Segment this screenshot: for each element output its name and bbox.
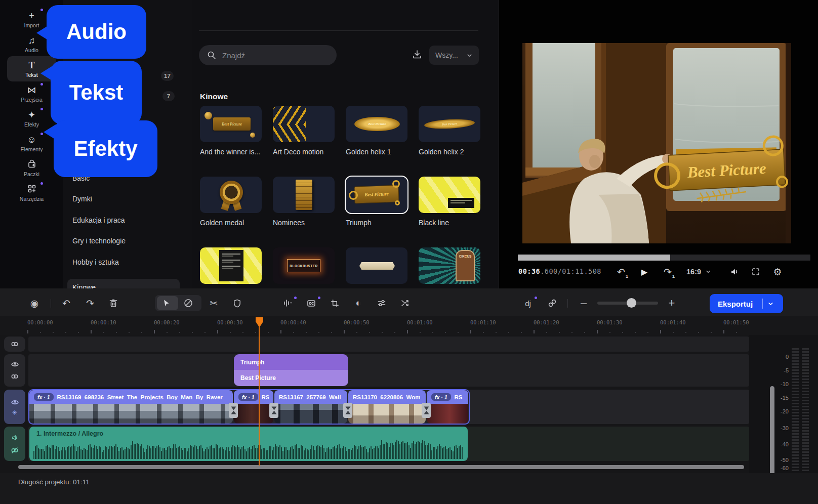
waveform-bar [402, 441, 403, 459]
video-clip[interactable]: RS13167_257769_Wall [274, 390, 347, 424]
waveform-bar [434, 447, 435, 459]
unlink-icon [11, 446, 19, 454]
download-icon[interactable] [411, 49, 423, 63]
waveform-bar [49, 447, 50, 459]
waveform-bar [33, 451, 34, 459]
waveform-bar [357, 449, 358, 459]
sidebar-item-narzędzia[interactable]: Narzędzia [0, 181, 63, 205]
template-card-ribbon[interactable] [346, 247, 407, 284]
waveform-bar [80, 449, 81, 459]
aspect-ratio-dropdown[interactable]: 16:9 [686, 264, 711, 279]
transition-marker[interactable] [229, 403, 238, 418]
template-card-blockbuster[interactable]: BLOCKBUSTER [273, 247, 335, 284]
waveform-bar [108, 449, 109, 459]
video-clip-label: RS [455, 394, 463, 400]
text-track-header[interactable] [4, 354, 25, 387]
gold-ring [349, 191, 358, 200]
waveform-bar [431, 450, 432, 459]
waveform-bar [328, 447, 329, 459]
waveform-bar [322, 445, 323, 459]
video-clip[interactable]: fx · 1RS13169_698236_Street_The_Projects… [29, 390, 233, 424]
waveform-bar [162, 448, 163, 459]
template-card-helix1[interactable]: Best Picture [346, 106, 407, 142]
overlay-track-row[interactable] [28, 337, 749, 352]
template-card-credits[interactable] [200, 247, 262, 284]
search-input[interactable] [221, 51, 322, 60]
waveform-bar [436, 449, 437, 459]
audio-clip[interactable]: 1. Intermezzo / Allegro [29, 427, 468, 461]
preview-progress-fill [518, 255, 670, 261]
category-item[interactable]: Edukacja i praca [72, 216, 125, 224]
transition-marker[interactable] [343, 403, 352, 418]
waveform-bar [401, 442, 402, 459]
sidebar-item-label: Elementy [21, 146, 43, 152]
waveform-bar [39, 449, 40, 459]
waveform-bar [263, 448, 264, 459]
waveform-bar [59, 451, 60, 459]
aspect-ratio-value: 16:9 [686, 268, 701, 276]
play-button[interactable]: ▶ [637, 264, 652, 279]
meter-db-label: -5 [773, 367, 789, 373]
chevron-down-icon [466, 52, 473, 59]
overlay-track-header[interactable] [4, 337, 25, 352]
filter-dropdown[interactable]: Wszy... [429, 46, 479, 65]
text-track-row[interactable] [28, 354, 749, 387]
waveform-bar [446, 449, 447, 459]
waveform-bar [249, 447, 250, 459]
category-item-selected[interactable]: Kinowe [67, 279, 180, 288]
waveform-bar [279, 445, 280, 459]
waveform-bar [93, 448, 94, 459]
template-card-triumph[interactable]: Best Picture [346, 177, 407, 213]
waveform-bar [387, 443, 388, 459]
waveform-bar [228, 447, 229, 459]
horizontal-scrollbar[interactable] [18, 465, 744, 469]
waveform-bar [70, 447, 71, 459]
waveform-bar [281, 447, 282, 459]
video-clip[interactable]: fx · 1RS [427, 390, 468, 424]
waveform-bar [167, 447, 168, 459]
callout-tekst: Tekst [51, 61, 142, 124]
category-item[interactable]: Hobby i sztuka [72, 258, 119, 266]
waveform-bar [293, 449, 294, 459]
search-box[interactable] [199, 45, 337, 65]
waveform-bar [252, 446, 253, 459]
waveform-bar [298, 448, 299, 459]
text-clip[interactable]: Best Picture [234, 370, 348, 386]
preview-settings-icon[interactable]: ⚙ [770, 264, 785, 279]
waveform-bar [261, 449, 262, 459]
template-card-nominees[interactable] [273, 177, 335, 213]
template-card-blackline[interactable] [419, 177, 480, 213]
video-track-header[interactable]: ✳ [4, 390, 25, 424]
template-card-helix2[interactable]: Best Picture [419, 106, 480, 142]
template-card-artdeco[interactable] [273, 106, 335, 142]
audio-track-header[interactable] [4, 427, 25, 461]
template-card-circus[interactable]: CIRCUS [419, 247, 480, 284]
transition-marker[interactable] [422, 403, 431, 418]
vertical-scrollbar[interactable] [770, 386, 774, 478]
step-forward-button[interactable]: ↷1 [660, 264, 675, 279]
preview-progress-bar[interactable] [518, 255, 810, 261]
waveform-bar [158, 445, 159, 459]
category-item[interactable]: Gry i technologie [72, 237, 126, 245]
divider [199, 30, 478, 31]
video-preview[interactable]: Best Picture [522, 43, 791, 243]
waveform-bar [386, 442, 387, 459]
mute-button[interactable] [727, 264, 742, 279]
waveform-bar [41, 449, 42, 459]
template-card-winner[interactable]: Best Picture [200, 106, 262, 142]
transition-marker[interactable] [269, 403, 278, 418]
step-back-button[interactable]: ↶1 [614, 264, 629, 279]
time-current: 00:36 [518, 267, 540, 275]
fullscreen-button[interactable] [748, 264, 763, 279]
category-item[interactable]: Dymki [72, 195, 92, 203]
text-clip[interactable]: Triumph [234, 354, 348, 370]
video-clip[interactable]: RS13170_6220806_Wom [348, 390, 426, 424]
waveform-bar [84, 448, 85, 459]
template-card-medal[interactable] [200, 177, 262, 213]
waveform-bar [106, 447, 107, 459]
credits-panel [219, 250, 243, 281]
video-clip[interactable]: fx · 1RS [234, 390, 273, 424]
waveform-bar [299, 448, 300, 459]
waveform-bar [282, 451, 283, 459]
waveform-bar [149, 446, 150, 459]
